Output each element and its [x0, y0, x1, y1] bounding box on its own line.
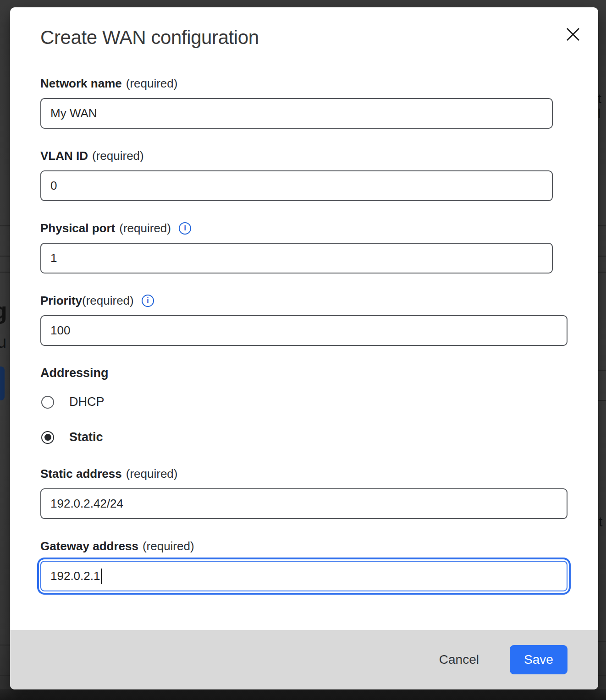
field-static-address: Static address (required): [40, 466, 568, 519]
priority-input[interactable]: [40, 315, 567, 346]
network-name-label: Network name: [40, 76, 122, 91]
dialog-body: Create WAN configuration Network name (r…: [10, 7, 598, 630]
background-text-fragment: t l: [598, 92, 606, 121]
static-address-label-row: Static address (required): [40, 466, 568, 481]
gateway-address-label-row: Gateway address (required): [40, 539, 568, 553]
radio-static-label: Static: [69, 430, 103, 444]
field-network-name: Network name (required): [40, 76, 568, 129]
radio-dhcp[interactable]: DHCP: [40, 395, 568, 409]
dialog-title: Create WAN configuration: [40, 27, 568, 49]
field-priority: Priority (required) i: [40, 293, 568, 346]
dialog-footer: Cancel Save: [10, 630, 598, 689]
required-hint: (required): [119, 221, 171, 235]
text-cursor: [101, 569, 102, 584]
screen: g u t l t Create WAN configuration: [0, 0, 606, 700]
background-divider: [0, 256, 10, 257]
radio-circle-icon: [41, 396, 54, 409]
vlan-id-label: VLAN ID: [40, 148, 88, 163]
required-hint: (required): [82, 293, 134, 308]
priority-label-row: Priority (required) i: [40, 293, 568, 308]
priority-label: Priority: [40, 293, 82, 308]
background-divider: [598, 256, 606, 257]
background-divider: [598, 641, 606, 642]
background-divider: [598, 370, 606, 371]
background-divider: [598, 272, 606, 273]
field-vlan-id: VLAN ID (required): [40, 148, 568, 201]
background-divider: [0, 645, 10, 645]
radio-circle-icon: [41, 431, 54, 444]
static-address-input[interactable]: [40, 488, 567, 519]
background-text-fragment: g: [0, 297, 7, 324]
static-address-label: Static address: [40, 466, 122, 481]
create-wan-dialog: Create WAN configuration Network name (r…: [10, 7, 598, 689]
background-divider: [0, 225, 10, 226]
radio-static[interactable]: Static: [40, 430, 568, 444]
background-divider: [0, 675, 10, 676]
radio-dhcp-label: DHCP: [69, 395, 105, 409]
field-physical-port: Physical port (required) i: [40, 221, 568, 273]
physical-port-label: Physical port: [40, 221, 115, 235]
info-icon[interactable]: i: [142, 295, 154, 307]
required-hint: (required): [126, 466, 178, 481]
network-name-input[interactable]: [40, 98, 553, 129]
physical-port-label-row: Physical port (required) i: [40, 221, 568, 235]
required-hint: (required): [126, 76, 178, 91]
backdrop-bottom-shadow: [0, 689, 606, 700]
vlan-id-input[interactable]: [40, 170, 553, 201]
background-divider: [598, 400, 606, 401]
background-divider: [0, 272, 10, 273]
required-hint: (required): [143, 539, 194, 553]
required-hint: (required): [92, 148, 144, 163]
addressing-section-label: Addressing: [40, 366, 568, 380]
background-button-fragment: [0, 366, 5, 400]
cancel-button[interactable]: Cancel: [431, 648, 487, 672]
physical-port-input[interactable]: [40, 243, 553, 273]
info-icon[interactable]: i: [179, 222, 191, 235]
background-text-fragment: u: [0, 333, 6, 352]
gateway-address-input[interactable]: 192.0.2.1: [40, 561, 567, 591]
background-divider: [598, 225, 606, 226]
background-divider: [598, 675, 606, 676]
network-name-label-row: Network name (required): [40, 76, 568, 91]
field-gateway-address: Gateway address (required) 192.0.2.1: [40, 539, 568, 591]
vlan-id-label-row: VLAN ID (required): [40, 148, 568, 163]
gateway-address-label: Gateway address: [40, 539, 138, 553]
save-button[interactable]: Save: [510, 645, 567, 674]
gateway-address-value: 192.0.2.1: [50, 569, 100, 583]
background-text-fragment: t: [599, 514, 602, 530]
